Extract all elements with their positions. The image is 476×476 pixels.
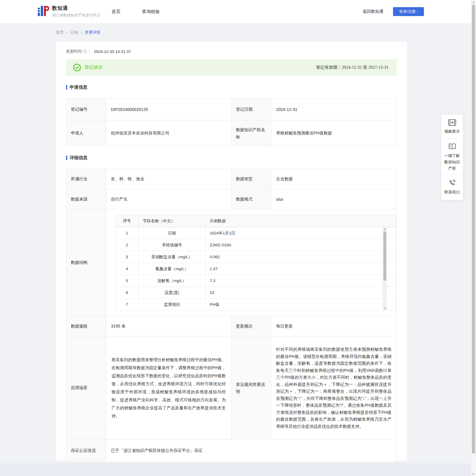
breadcrumb-announcement[interactable]: 公告 [70, 30, 78, 35]
video-demo-label: 视频展示 [443, 128, 461, 134]
application-info-table: 登记编号 DIP2024000020125 登记日期 2024-12-31 申请… [66, 98, 397, 146]
learn-data-ip-button[interactable]: 一键了解数据知识产权 [443, 143, 461, 171]
row-sample: 2024年1月1日 [206, 227, 396, 239]
table-row: 数据结构 序号 字段名称（中文） 示例数据 1 [66, 209, 397, 316]
industry-value: 农、林、牧、渔业 [106, 169, 231, 189]
scrollbar-thumb[interactable] [472, 5, 475, 453]
structure-row: 2 养殖场编号 ZJWZ-019A [115, 239, 396, 251]
evidence-label: 存证公证情况 [66, 440, 106, 462]
back-to-shuzhitong-link[interactable]: 返回数知通 [363, 9, 383, 14]
reg-no-label: 登记编号 [66, 98, 106, 120]
breadcrumb-home[interactable]: 首页 [56, 30, 64, 35]
row-no: 2 [115, 239, 139, 251]
colon: ： [87, 49, 91, 54]
applicant-label: 申请人 [66, 120, 106, 146]
help-question-icon[interactable]: ? [83, 49, 87, 54]
industry-label: 所属行业 [66, 169, 106, 189]
col-header-sample: 示例数据 [206, 215, 396, 227]
page-scrollbar[interactable]: ▲ ▼ [471, 0, 476, 476]
breadcrumb-separator: > [80, 31, 82, 34]
video-demo-button[interactable]: 视频展示 [443, 119, 461, 134]
footer-strip [0, 463, 476, 476]
contact-us-button[interactable]: 联系我们 [443, 179, 461, 195]
data-scale-value: 3195 条 [106, 316, 231, 336]
detail-info-table: 所属行业 农、林、牧、渔业 数据类型 企业数据 数据来源 自行产生 数据格式 x… [66, 169, 397, 462]
table-row: 所属行业 农、林、牧、渔业 数据类型 企业数据 [66, 169, 397, 189]
row-no: 4 [115, 263, 139, 275]
contact-panel: 联系我们 [441, 175, 463, 200]
data-structure-body: 1 日期 2024年1月1日 2 养殖场编号 ZJWZ-019A 3 [115, 227, 396, 311]
structure-row: 3 亚硝酸盐含量（mg/L） 0.062 [115, 251, 396, 263]
nav-query-verify[interactable]: 查询校验 [142, 9, 160, 15]
data-type-value: 企业数据 [271, 169, 397, 189]
evidence-value: 已于「浙江省知识产权区块链公共存证平台」存证 [106, 440, 397, 462]
row-field: 亚硝酸盐含量（mg/L） [139, 251, 206, 263]
table-row: 登记编号 DIP2024000020125 登记日期 2024-12-31 [66, 98, 397, 120]
login-register-label: 登录/注册 [399, 9, 416, 14]
breadcrumb-separator: > [66, 31, 68, 34]
validity-period: 登记有效期：2024-12-31 至 2027-12-31 [316, 65, 389, 70]
ip-name-label: 数据知识产权名称 [231, 120, 271, 146]
section-detail-title: 详细信息 [70, 155, 87, 161]
row-sample: PH值 [206, 299, 396, 311]
section-application: 申请信息 [66, 84, 397, 90]
row-no: 6 [115, 287, 139, 299]
row-field: 温度(度) [139, 287, 206, 299]
status-text: 登记成功 [84, 65, 102, 70]
scroll-up-icon[interactable]: ▲ [384, 227, 386, 231]
algorithm-text: 针对不同的养殖场将采集到的数据使用方差来预测鳑鲏鱼养殖的最佳PH值。该模型在检测… [271, 336, 397, 440]
reg-date-value: 2024-12-31 [271, 98, 397, 120]
section-detail: 详细信息 [66, 155, 397, 161]
structure-row: 7 监测项目 PH值 [115, 299, 396, 311]
data-format-value: xlsx [271, 189, 397, 209]
scroll-down-icon[interactable]: ▼ [472, 472, 475, 475]
structure-label: 数据结构 [66, 209, 106, 316]
chevron-right-icon: › [417, 10, 418, 13]
table-row: 申请人 杭州临安灵丰农业科技有限公司 数据知识产权名称 养殖鳑鲏鱼预测最佳PH值… [66, 120, 397, 146]
data-type-label: 数据类型 [231, 169, 271, 189]
row-field: 氨氮含量（mg/L） [139, 263, 206, 275]
scrollbar-thumb[interactable] [383, 231, 386, 281]
row-sample: 1.47 [206, 263, 396, 275]
breadcrumb-current: 查看详情 [85, 30, 100, 35]
login-register-button[interactable]: 登录/注册 › [393, 7, 424, 16]
row-field: 日期 [139, 227, 206, 239]
book-icon [448, 143, 456, 150]
update-frequency-label: 更新频次 [231, 316, 271, 336]
table-row: 数据规模 3195 条 更新频次 每日更新 [66, 316, 397, 336]
algorithm-label: 算法规则简要说明 [231, 336, 271, 440]
floating-panel: 视频展示 一键了解数据知识产权 [441, 115, 463, 177]
table-row: 数据来源 自行产生 数据格式 xlsx [66, 189, 397, 209]
section-application-title: 申请信息 [70, 84, 87, 90]
update-time-row: 更新时间 ? ： 2024-12-30 14:31:37 [66, 49, 397, 54]
table-row: 应用场景 将采集到的数据用来整理分析鳑鲏鱼养殖过程中的最佳PH值。在检测周期等数… [66, 336, 397, 440]
learn-data-ip-label: 一键了解数据知识产权 [443, 153, 461, 171]
structure-row: 6 温度(度) 23 [115, 287, 396, 299]
brand-name: 数知通 [52, 5, 101, 12]
structure-row: 5 溶解氧（mg/L） 7.3 [115, 275, 396, 287]
section-bar-icon [66, 156, 67, 160]
nav-home[interactable]: 首页 [112, 9, 120, 15]
col-header-no: 序号 [115, 215, 139, 227]
row-field: 养殖场编号 [139, 239, 206, 251]
data-scale-label: 数据规模 [66, 316, 106, 336]
data-format-label: 数据格式 [231, 189, 271, 209]
data-source-label: 数据来源 [66, 189, 106, 209]
ip-name-value: 养殖鳑鲏鱼预测最佳PH值数据 [271, 120, 397, 146]
reg-date-label: 登记日期 [231, 98, 271, 120]
divider [445, 139, 459, 139]
row-no: 1 [115, 227, 139, 239]
row-sample: 23 [206, 287, 396, 299]
data-structure-table: 序号 字段名称（中文） 示例数据 [115, 215, 396, 227]
inner-table-scrollbar[interactable]: ▲ ▼ [383, 227, 387, 310]
row-sample: ZJWZ-019A [206, 239, 396, 251]
brand-subtitle: 浙江省数据知识产权登记平台 [52, 13, 101, 18]
scroll-up-icon[interactable]: ▲ [472, 0, 475, 4]
brand: 数知通 浙江省数据知识产权登记平台 [38, 5, 101, 18]
scroll-down-icon[interactable]: ▼ [384, 307, 386, 310]
main-nav: 首页 查询校验 [112, 0, 160, 23]
detail-card: 更新时间 ? ： 2024-12-30 14:31:37 登记成功 登记有效期：… [56, 42, 407, 461]
row-no: 7 [115, 299, 139, 311]
breadcrumb: 首页 > 公告 > 查看详情 [56, 30, 100, 35]
scenario-label: 应用场景 [66, 336, 106, 440]
